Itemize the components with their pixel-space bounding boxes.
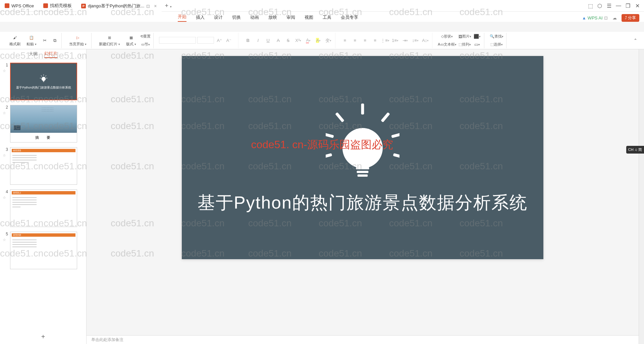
- outline-tab[interactable]: 大纲: [29, 51, 38, 58]
- slide-canvas[interactable]: 基于Python的热门旅游景点数据分析系统: [182, 56, 543, 259]
- ime-badge[interactable]: CH ♫ 简: [626, 146, 644, 154]
- numbering-button[interactable]: 1≡▾: [391, 37, 399, 44]
- line-spacing-button[interactable]: ↕≡▾: [411, 37, 419, 44]
- underline-button[interactable]: U: [264, 37, 272, 44]
- format-brush-button[interactable]: 🖌格式刷: [7, 34, 22, 47]
- tab-animation[interactable]: 动画: [250, 14, 259, 22]
- italic-button[interactable]: I: [254, 37, 262, 44]
- notes-bar[interactable]: 单击此处添加备注: [87, 335, 639, 344]
- star-icon[interactable]: ☆: [3, 238, 7, 242]
- slide-number-4: 4: [2, 189, 8, 194]
- share-button[interactable]: ⤴ 分享: [622, 14, 639, 22]
- star-icon[interactable]: ☆: [3, 69, 7, 73]
- app-tab-wps[interactable]: WPS Office: [0, 0, 39, 12]
- canvas-scroll[interactable]: 基于Python的热门旅游景点数据分析系统: [87, 49, 639, 335]
- align-right-button[interactable]: ≡: [361, 37, 369, 44]
- text-direction-button[interactable]: A↕▾: [421, 37, 429, 44]
- window-btn-2[interactable]: ⬡: [596, 2, 604, 10]
- layout-button[interactable]: ▦版式 ▾: [124, 34, 138, 47]
- app-tab-document[interactable]: P django基于Python的热门旅... ⊡ ×: [76, 0, 162, 12]
- tab-transition[interactable]: 切换: [232, 14, 241, 22]
- justify-button[interactable]: ≡: [371, 37, 379, 44]
- tab-start[interactable]: 开始: [178, 14, 186, 22]
- superscript-button[interactable]: X²▾: [294, 37, 302, 44]
- add-tab-button[interactable]: + ▾: [162, 2, 175, 9]
- doc-tab-menu[interactable]: ⊡: [146, 4, 150, 9]
- strike-button[interactable]: A̶: [274, 37, 282, 44]
- ribbon-toolbar: 🖌格式刷 📋粘贴 ▾ ✂ ⧉ ▷当页开始 ▾ ⊞新建幻灯片 ▾ ▦版式 ▾ ⟲ …: [0, 32, 644, 49]
- window-btn-3[interactable]: ☰: [605, 2, 613, 10]
- reset-button[interactable]: ⟲ 重置: [140, 33, 151, 40]
- align-left-button[interactable]: ≡: [341, 37, 349, 44]
- from-current-button[interactable]: ▷当页开始 ▾: [67, 34, 89, 47]
- window-controls: ⬚ ⬡ ☰ — ❐ ✕: [586, 2, 644, 10]
- tab-tools[interactable]: 工具: [323, 14, 331, 22]
- bullets-button[interactable]: ⋮≡▾: [381, 37, 389, 44]
- increase-font-button[interactable]: A⁺: [215, 37, 223, 44]
- collapse-panel-icon[interactable]: ‹: [80, 53, 81, 58]
- select-button[interactable]: ⬚ 选择 ▾: [490, 41, 503, 48]
- indent-button[interactable]: ⇥▾: [401, 37, 409, 44]
- window-btn-1[interactable]: ⬚: [586, 2, 594, 10]
- tab-view[interactable]: 视图: [305, 14, 313, 22]
- wps-logo-icon: [5, 3, 9, 8]
- section-button[interactable]: ▭ 节 ▾: [140, 41, 151, 48]
- thumbs-header: 大纲 幻灯片 ‹: [0, 49, 86, 59]
- app-tab-template[interactable]: 找稻壳模板: [39, 0, 76, 12]
- fill-button[interactable]: ⬛▾: [473, 33, 481, 40]
- decrease-font-button[interactable]: A⁻: [225, 37, 233, 44]
- tab-design[interactable]: 设计: [214, 14, 223, 22]
- bold-button[interactable]: B: [244, 37, 252, 44]
- paste-button[interactable]: 📋粘贴 ▾: [24, 34, 39, 47]
- maximize-button[interactable]: ❐: [624, 2, 632, 10]
- strikethrough-button[interactable]: S̶: [284, 37, 292, 44]
- minimize-button[interactable]: —: [614, 2, 623, 10]
- thumbnail-4[interactable]: 研究意义 ━━━━━━━━━━━━━━━━━━━━━━━━━━━━━━━━━━━…: [10, 189, 77, 227]
- star-icon[interactable]: ☆: [3, 153, 7, 158]
- thumbnail-1[interactable]: 基于Python的热门旅游景点数据分析系统: [10, 63, 77, 100]
- font-color-button[interactable]: A▾: [304, 37, 312, 44]
- textbox-button[interactable]: A▭ 文本框 ▾: [438, 41, 456, 48]
- thumbs-list[interactable]: 1 ☆ 基于Python的热门旅游景点数据分析系统 2 ☆ ..........…: [0, 59, 86, 330]
- slides-tab[interactable]: 幻灯片: [44, 51, 57, 58]
- main-area: 大纲 幻灯片 ‹ 1 ☆ 基于Python的热门旅游景点数据分析系统 2 ☆: [0, 49, 644, 344]
- svg-rect-18: [393, 153, 399, 159]
- titlebar: WPS Office 找稻壳模板 P django基于Python的热门旅...…: [0, 0, 644, 12]
- star-icon[interactable]: ☆: [3, 195, 7, 200]
- tab-review[interactable]: 审阅: [286, 14, 295, 22]
- chevron-down-icon[interactable]: ▾: [170, 5, 172, 8]
- align-center-button[interactable]: ≡: [351, 37, 359, 44]
- highlight-button[interactable]: A▾: [314, 37, 322, 44]
- thumbnail-5[interactable]: 研究内容 ━━━━━━━━━━━━━━━━━━━━━━━━━━━━━━━━━━━…: [10, 232, 77, 269]
- svg-rect-6: [41, 75, 42, 76]
- image-button[interactable]: 🖼 图片 ▾: [459, 33, 471, 40]
- svg-rect-8: [40, 78, 41, 78]
- thumbnail-3[interactable]: 研究背景 ━━━━━━━━━━━━━━━━━━━━━━━━━━━━━━━━━━━…: [10, 147, 77, 185]
- close-button[interactable]: ✕: [633, 2, 641, 10]
- thumb2-title: 摘 要: [10, 133, 77, 142]
- arrange-button[interactable]: ⬚ 排列 ▾: [459, 41, 471, 48]
- slide-number-5: 5: [2, 232, 8, 236]
- slide-title[interactable]: 基于Python的热门旅游景点数据分析系统: [198, 191, 528, 215]
- add-slide-button[interactable]: +: [0, 330, 86, 344]
- cut-button[interactable]: ✂: [41, 37, 49, 44]
- thumbnail-2[interactable]: ........................................…: [10, 105, 77, 142]
- vertical-scrollbar[interactable]: [639, 49, 644, 344]
- shape-button[interactable]: ◇ 形状 ▾: [438, 33, 456, 40]
- doc-tab-label: django基于Python的热门旅...: [88, 3, 144, 9]
- wps-ai-button[interactable]: ▲WPS AI⊡: [582, 15, 608, 20]
- text-effect-button[interactable]: 变▾: [324, 37, 332, 44]
- tab-show[interactable]: 放映: [268, 14, 277, 22]
- close-icon[interactable]: ×: [154, 3, 157, 9]
- outline-button[interactable]: ▭▾: [473, 41, 481, 48]
- find-button[interactable]: 🔍 查找 ▾: [490, 33, 503, 40]
- tab-member[interactable]: 会员专享: [341, 14, 358, 22]
- svg-rect-16: [391, 132, 399, 138]
- copy-button[interactable]: ⧉: [51, 37, 59, 44]
- new-slide-button[interactable]: ⊞新建幻灯片 ▾: [97, 34, 122, 47]
- cloud-icon[interactable]: ☁: [612, 15, 617, 20]
- star-icon[interactable]: ☆: [3, 111, 7, 115]
- tab-insert[interactable]: 插入: [196, 14, 205, 22]
- slide-number-1: 1: [2, 63, 8, 67]
- collapse-ribbon-button[interactable]: ⌃: [631, 37, 639, 44]
